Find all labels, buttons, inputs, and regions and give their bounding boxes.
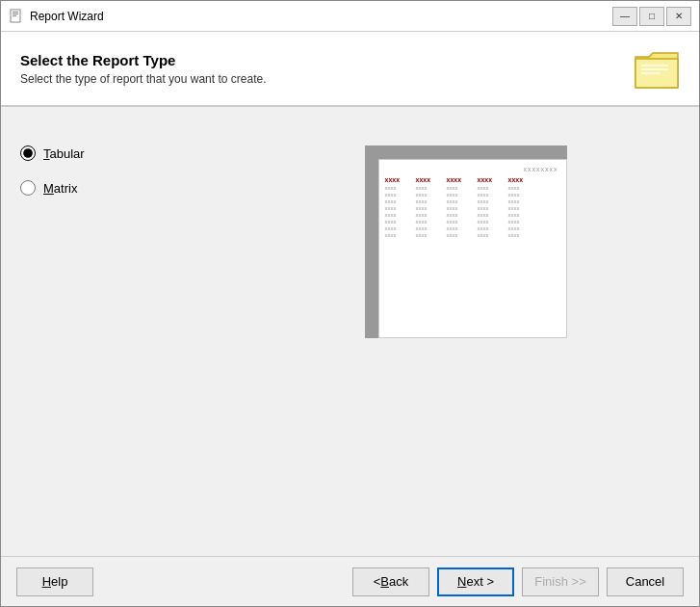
maximize-button[interactable]: □ bbox=[639, 7, 664, 26]
svg-rect-8 bbox=[641, 72, 661, 74]
preview-area: xxxxxxxx xxxx xxxx xxxx xxxx xxxx xxxx x… bbox=[251, 136, 680, 537]
footer: Help < Back Next > Finish >> Cancel bbox=[1, 556, 699, 606]
back-button[interactable]: < Back bbox=[352, 567, 429, 596]
preview-header-text: xxxxxxxx bbox=[524, 166, 558, 172]
page-subtitle: Select the type of report that you want … bbox=[20, 72, 266, 86]
col-header-1: xxxx bbox=[385, 176, 412, 183]
matrix-option[interactable]: Matrix bbox=[20, 180, 232, 196]
svg-rect-2 bbox=[13, 13, 18, 14]
preview-row-7: xxxx xxxx xxxx xxxx xxxx bbox=[385, 225, 560, 231]
report-preview: xxxxxxxx xxxx xxxx xxxx xxxx xxxx xxxx x… bbox=[365, 145, 567, 338]
svg-rect-7 bbox=[641, 68, 668, 70]
options-panel: Tabular Matrix bbox=[20, 136, 232, 537]
preview-table-header: xxxx xxxx xxxx xxxx xxxx bbox=[385, 176, 560, 183]
header-section: Select the Report Type Select the type o… bbox=[1, 32, 699, 107]
svg-rect-1 bbox=[13, 12, 18, 13]
preview-row-1: xxxx xxxx xxxx xxxx xxxx bbox=[385, 185, 560, 191]
next-button[interactable]: Next > bbox=[437, 567, 514, 596]
preview-row-2: xxxx xxxx xxxx xxxx xxxx bbox=[385, 192, 560, 198]
col-header-4: xxxx bbox=[478, 176, 505, 183]
svg-rect-6 bbox=[641, 65, 668, 66]
col-header-5: xxxx bbox=[508, 176, 535, 183]
preview-row-5: xxxx xxxx xxxx xxxx xxxx bbox=[385, 212, 560, 218]
tabular-label: Tabular bbox=[43, 146, 85, 161]
window-title: Report Wizard bbox=[30, 10, 612, 23]
page-title: Select the Report Type bbox=[20, 52, 266, 68]
preview-row-6: xxxx xxxx xxxx xxxx xxxx bbox=[385, 219, 560, 224]
window-controls: — □ ✕ bbox=[612, 7, 691, 26]
tabular-option[interactable]: Tabular bbox=[20, 145, 232, 161]
minimize-button[interactable]: — bbox=[612, 7, 637, 26]
col-header-3: xxxx bbox=[447, 176, 474, 183]
preview-row-4: xxxx xxxx xxxx xxxx xxxx bbox=[385, 205, 560, 211]
matrix-label: Matrix bbox=[43, 181, 77, 196]
cancel-button[interactable]: Cancel bbox=[607, 567, 684, 596]
preview-row-3: xxxx xxxx xxxx xxxx xxxx bbox=[385, 198, 560, 204]
header-icon bbox=[634, 45, 680, 92]
tabular-radio[interactable] bbox=[20, 145, 36, 161]
preview-paper: xxxxxxxx xxxx xxxx xxxx xxxx xxxx xxxx x… bbox=[378, 159, 567, 338]
finish-button[interactable]: Finish >> bbox=[522, 567, 599, 596]
matrix-radio[interactable] bbox=[20, 180, 36, 196]
report-wizard-window: Report Wizard — □ ✕ Select the Report Ty… bbox=[0, 0, 700, 607]
window-icon bbox=[9, 9, 24, 24]
preview-row-8: xxxx xxxx xxxx xxxx xxxx bbox=[385, 232, 560, 238]
svg-rect-3 bbox=[13, 15, 16, 16]
main-content: Tabular Matrix xxxxxxxx bbox=[1, 107, 699, 556]
col-header-2: xxxx bbox=[416, 176, 443, 183]
footer-right: < Back Next > Finish >> Cancel bbox=[352, 567, 684, 596]
preview-header: xxxxxxxx bbox=[385, 166, 560, 172]
help-button[interactable]: Help bbox=[16, 567, 93, 596]
footer-left: Help bbox=[16, 567, 345, 596]
title-bar: Report Wizard — □ ✕ bbox=[1, 1, 699, 32]
header-text: Select the Report Type Select the type o… bbox=[20, 52, 266, 86]
close-button[interactable]: ✕ bbox=[666, 7, 691, 26]
